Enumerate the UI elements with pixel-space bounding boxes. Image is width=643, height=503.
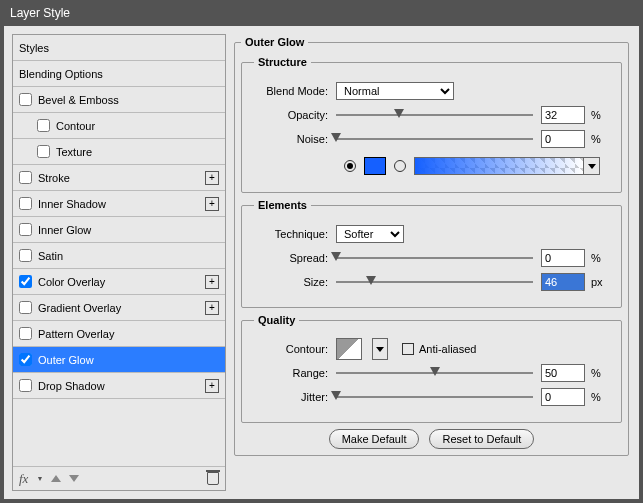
style-checkbox[interactable] (19, 353, 32, 366)
sidebar-item-label: Stroke (38, 172, 70, 184)
style-checkbox[interactable] (19, 379, 32, 392)
noise-input[interactable] (541, 130, 585, 148)
sidebar-item-label: Gradient Overlay (38, 302, 121, 314)
sidebar-item[interactable]: Stroke+ (13, 165, 225, 191)
quality-group: Quality Contour: Anti-aliased Range: % (241, 314, 622, 423)
style-checkbox[interactable] (19, 223, 32, 236)
trash-icon[interactable] (207, 472, 219, 485)
layer-style-dialog: Layer Style StylesBlending OptionsBevel … (0, 0, 643, 503)
structure-group: Structure Blend Mode: Normal Opacity: % … (241, 56, 622, 193)
elements-legend: Elements (254, 199, 311, 211)
size-slider[interactable] (336, 274, 533, 290)
anti-aliased-checkbox[interactable] (402, 343, 414, 355)
gradient-dropdown[interactable] (584, 157, 600, 175)
technique-label: Technique: (254, 228, 336, 240)
style-checkbox[interactable] (19, 197, 32, 210)
pct-unit: % (585, 367, 609, 379)
jitter-slider[interactable] (336, 389, 533, 405)
sidebar-item-label: Inner Shadow (38, 198, 106, 210)
spread-label: Spread: (254, 252, 336, 264)
sidebar-item-label: Satin (38, 250, 63, 262)
range-slider[interactable] (336, 365, 533, 381)
fx-menu[interactable]: fx (19, 471, 28, 487)
sidebar-item[interactable]: Pattern Overlay (13, 321, 225, 347)
sidebar-item-label: Bevel & Emboss (38, 94, 119, 106)
gradient-picker[interactable] (414, 157, 584, 175)
elements-group: Elements Technique: Softer Spread: % Siz… (241, 199, 622, 308)
noise-label: Noise: (254, 133, 336, 145)
spread-input[interactable] (541, 249, 585, 267)
range-input[interactable] (541, 364, 585, 382)
list-filler (13, 399, 225, 466)
sidebar-item-label: Pattern Overlay (38, 328, 114, 340)
sidebar-item[interactable]: Inner Glow (13, 217, 225, 243)
px-unit: px (585, 276, 609, 288)
opacity-input[interactable] (541, 106, 585, 124)
size-input[interactable] (541, 273, 585, 291)
sidebar-item-label: Blending Options (19, 68, 103, 80)
sidebar-item-label: Outer Glow (38, 354, 94, 366)
outer-glow-group: Outer Glow Structure Blend Mode: Normal … (234, 36, 629, 456)
add-effect-icon[interactable]: + (205, 171, 219, 185)
sidebar-item-label: Contour (56, 120, 95, 132)
panel-title: Outer Glow (241, 36, 308, 48)
color-swatch[interactable] (364, 157, 386, 175)
pct-unit: % (585, 252, 609, 264)
sidebar-item[interactable]: Contour (13, 113, 225, 139)
jitter-label: Jitter: (254, 391, 336, 403)
sidebar: StylesBlending OptionsBevel & EmbossCont… (4, 26, 234, 499)
opacity-slider[interactable] (336, 107, 533, 123)
style-checkbox[interactable] (37, 145, 50, 158)
add-effect-icon[interactable]: + (205, 301, 219, 315)
blend-mode-label: Blend Mode: (254, 85, 336, 97)
size-label: Size: (254, 276, 336, 288)
contour-dropdown[interactable] (372, 338, 388, 360)
sidebar-item-label: Styles (19, 42, 49, 54)
sidebar-item[interactable]: Styles (13, 35, 225, 61)
style-checkbox[interactable] (19, 275, 32, 288)
add-effect-icon[interactable]: + (205, 379, 219, 393)
window-title: Layer Style (0, 0, 643, 26)
style-checkbox[interactable] (19, 171, 32, 184)
sidebar-item[interactable]: Satin (13, 243, 225, 269)
sidebar-item-label: Drop Shadow (38, 380, 105, 392)
contour-label: Contour: (254, 343, 336, 355)
sidebar-item[interactable]: Inner Shadow+ (13, 191, 225, 217)
pct-unit: % (585, 133, 609, 145)
sidebar-item-label: Color Overlay (38, 276, 105, 288)
style-list: StylesBlending OptionsBevel & EmbossCont… (12, 34, 226, 491)
sidebar-footer: fx ▼ (13, 466, 225, 490)
add-effect-icon[interactable]: + (205, 275, 219, 289)
anti-aliased-label: Anti-aliased (419, 343, 476, 355)
pct-unit: % (585, 391, 609, 403)
sidebar-item[interactable]: Blending Options (13, 61, 225, 87)
sidebar-item[interactable]: Outer Glow (13, 347, 225, 373)
jitter-input[interactable] (541, 388, 585, 406)
spread-slider[interactable] (336, 250, 533, 266)
sidebar-item[interactable]: Color Overlay+ (13, 269, 225, 295)
solid-color-radio[interactable] (344, 160, 356, 172)
style-checkbox[interactable] (19, 327, 32, 340)
move-up-icon[interactable] (51, 475, 61, 482)
add-effect-icon[interactable]: + (205, 197, 219, 211)
main-panel: Outer Glow Structure Blend Mode: Normal … (234, 26, 639, 499)
quality-legend: Quality (254, 314, 299, 326)
range-label: Range: (254, 367, 336, 379)
style-checkbox[interactable] (19, 249, 32, 262)
sidebar-item[interactable]: Gradient Overlay+ (13, 295, 225, 321)
technique-select[interactable]: Softer (336, 225, 404, 243)
sidebar-item[interactable]: Bevel & Emboss (13, 87, 225, 113)
move-down-icon[interactable] (69, 475, 79, 482)
contour-picker[interactable] (336, 338, 362, 360)
style-checkbox[interactable] (37, 119, 50, 132)
gradient-radio[interactable] (394, 160, 406, 172)
sidebar-item[interactable]: Drop Shadow+ (13, 373, 225, 399)
make-default-button[interactable]: Make Default (329, 429, 420, 449)
sidebar-item-label: Texture (56, 146, 92, 158)
reset-default-button[interactable]: Reset to Default (429, 429, 534, 449)
sidebar-item[interactable]: Texture (13, 139, 225, 165)
blend-mode-select[interactable]: Normal (336, 82, 454, 100)
style-checkbox[interactable] (19, 301, 32, 314)
style-checkbox[interactable] (19, 93, 32, 106)
noise-slider[interactable] (336, 131, 533, 147)
